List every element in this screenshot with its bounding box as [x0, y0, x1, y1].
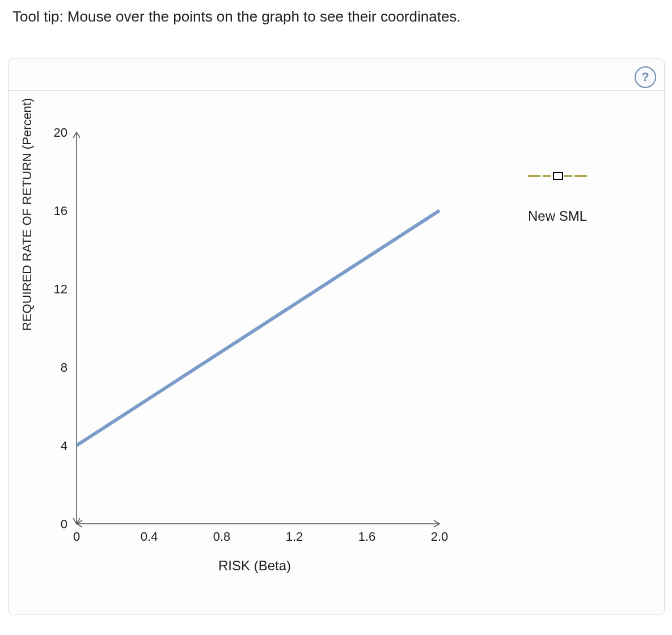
- line-new-sml[interactable]: [77, 211, 439, 445]
- help-button[interactable]: ?: [635, 66, 656, 88]
- y-tick-16: 16: [33, 204, 67, 218]
- plot-area[interactable]: 20 16 12 8 4 0 0 0.4 0.8 1.2 1.6 2.0: [77, 132, 439, 524]
- x-axis-label: RISK (Beta): [218, 558, 291, 574]
- legend-dash-right: [574, 175, 587, 177]
- y-tick-12: 12: [33, 282, 67, 297]
- y-tick-8: 8: [33, 360, 67, 375]
- legend-swatch-draggable[interactable]: [528, 172, 630, 180]
- square-marker-icon: [553, 172, 563, 180]
- y-tick-4: 4: [33, 439, 67, 453]
- chart-panel: ? REQUIRED RATE OF RETURN (Percent) 20 1…: [8, 58, 665, 615]
- x-tick-1.6: 1.6: [353, 529, 381, 544]
- legend-dash-left: [528, 175, 540, 177]
- x-tick-1.2: 1.2: [280, 529, 308, 544]
- legend-dash-mid-right: [564, 175, 572, 177]
- chart-svg: [77, 132, 439, 524]
- x-tick-0.8: 0.8: [208, 529, 236, 544]
- legend-dash-mid-left: [543, 175, 551, 177]
- y-tick-20: 20: [33, 125, 67, 140]
- x-tick-2.0: 2.0: [425, 529, 454, 544]
- x-tick-0: 0: [62, 529, 91, 544]
- y-axis-label: REQUIRED RATE OF RETURN (Percent): [20, 98, 35, 331]
- legend: New SML: [528, 172, 630, 224]
- tooltip-instruction: Tool tip: Mouse over the points on the g…: [12, 8, 461, 26]
- help-icon: ?: [641, 70, 649, 85]
- legend-label-new-sml: New SML: [528, 208, 630, 224]
- x-tick-0.4: 0.4: [135, 529, 163, 544]
- panel-divider: [9, 90, 664, 91]
